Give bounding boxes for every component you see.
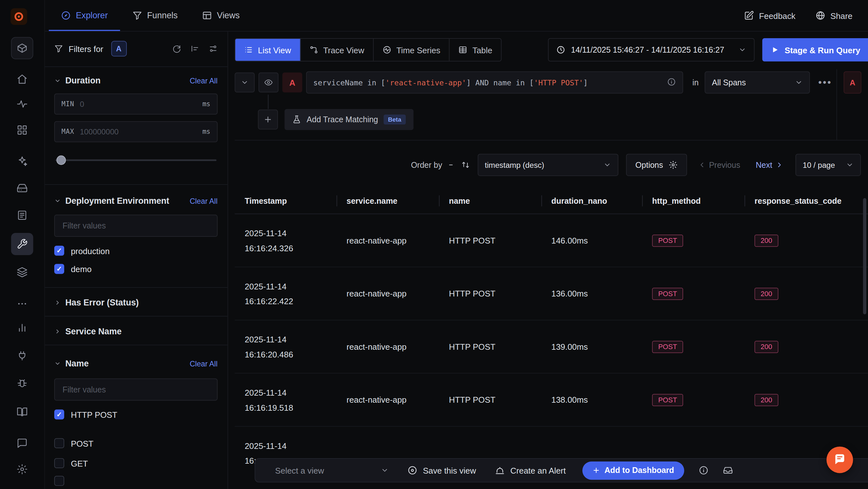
sidebar-item-services[interactable]: [11, 93, 33, 115]
name-title[interactable]: Name: [65, 358, 185, 368]
service-name-title[interactable]: Service Name: [65, 326, 217, 336]
name-clear-all[interactable]: Clear All: [190, 359, 218, 368]
sidebar-item-support[interactable]: [11, 432, 33, 454]
create-alert-button[interactable]: Create an Alert: [495, 465, 566, 475]
page-size-select[interactable]: 10 / page: [796, 154, 861, 176]
share-button[interactable]: Share: [815, 10, 852, 21]
sidebar-item-docs[interactable]: [11, 401, 33, 423]
add-trace-matching-button[interactable]: Add Trace Matching Beta: [284, 109, 413, 130]
feedback-button[interactable]: Feedback: [744, 10, 796, 21]
options-button[interactable]: Options: [626, 154, 687, 176]
name-filter-input[interactable]: [61, 385, 210, 395]
sidebar-item-dashboards[interactable]: [11, 119, 33, 141]
chevron-down-icon[interactable]: [54, 198, 61, 204]
time-range-picker[interactable]: 14/11/2025 15:46:27 - 14/11/2025 16:16:2…: [548, 38, 755, 61]
tab-table[interactable]: Table: [450, 39, 501, 61]
support-chat-fab[interactable]: [827, 447, 853, 473]
deployment-environment-title[interactable]: Deployment Environment: [65, 196, 185, 206]
sidebar-item-traces-active[interactable]: [11, 233, 33, 255]
sort-icon[interactable]: [461, 160, 470, 169]
option-http-post[interactable]: HTTP POST: [54, 410, 218, 419]
deployment-filter-field[interactable]: [54, 215, 218, 237]
sidebar-item-infrastructure[interactable]: [11, 177, 33, 199]
chevron-right-icon[interactable]: [54, 328, 61, 335]
add-to-dashboard-button[interactable]: Add to Dashboard: [582, 461, 684, 479]
query-input[interactable]: serviceName in ['react-native-app'] AND …: [306, 71, 683, 93]
tab-funnels[interactable]: Funnels: [120, 0, 190, 31]
query-label-a[interactable]: A: [282, 72, 302, 92]
toggle-query-visibility-button[interactable]: [258, 72, 278, 92]
previous-page-button[interactable]: Previous: [698, 160, 740, 169]
query-text: ]: [583, 78, 588, 87]
query-more-actions[interactable]: •••: [814, 77, 837, 88]
filters-query-badge[interactable]: A: [111, 41, 126, 57]
add-query-button[interactable]: [258, 109, 278, 129]
refresh-icon[interactable]: [172, 44, 181, 53]
sidebar-item-settings[interactable]: [11, 458, 33, 480]
next-page-button[interactable]: Next: [756, 160, 783, 169]
collapse-query-button[interactable]: [235, 72, 254, 92]
sidebar-item-more[interactable]: [11, 293, 33, 315]
tab-explorer[interactable]: Explorer: [49, 0, 120, 31]
sliders-icon[interactable]: [209, 44, 218, 53]
option-partial[interactable]: [54, 476, 218, 486]
table-row[interactable]: 2025-11-1416:16:22.422 react-native-app …: [235, 267, 868, 321]
duration-min-field[interactable]: MIN ms: [54, 93, 218, 115]
checkbox-post[interactable]: [54, 438, 64, 448]
inbox-icon[interactable]: [723, 465, 733, 475]
save-view-button[interactable]: Save this view: [407, 465, 476, 475]
tab-time-series[interactable]: Time Series: [374, 39, 450, 61]
duration-slider[interactable]: [55, 156, 216, 165]
order-by-select[interactable]: timestamp (desc): [478, 154, 618, 176]
select-view-dropdown[interactable]: Select a view: [275, 465, 389, 475]
span-scope-select[interactable]: All Spans: [705, 71, 810, 93]
tab-trace-view[interactable]: Trace View: [301, 39, 374, 61]
query-right-badge[interactable]: A: [844, 71, 861, 93]
sidebar-item-metrics[interactable]: [11, 316, 33, 338]
option-get[interactable]: GET: [54, 458, 218, 468]
checkbox-production[interactable]: [54, 246, 64, 256]
stage-run-query-button[interactable]: Stage & Run Query: [763, 38, 868, 61]
info-icon[interactable]: [699, 465, 709, 475]
tab-list-view[interactable]: List View: [235, 39, 301, 61]
duration-title[interactable]: Duration: [65, 76, 185, 86]
option-post[interactable]: POST: [54, 438, 218, 448]
table-row[interactable]: 2025-11-1416:16:24.326 react-native-app …: [235, 214, 868, 267]
filters-panel: Filters for A Duration Clear All MIN ms …: [44, 31, 228, 489]
vertical-scrollbar[interactable]: [863, 198, 866, 314]
chevron-down-icon[interactable]: [54, 77, 61, 84]
checkbox-partial[interactable]: [54, 476, 64, 486]
slider-handle[interactable]: [57, 156, 66, 165]
sidebar-item-workspace[interactable]: [11, 37, 33, 59]
ellipsis-icon: [17, 298, 28, 309]
collapse-panel-icon[interactable]: [190, 44, 199, 53]
deployment-environment-clear-all[interactable]: Clear All: [190, 197, 218, 205]
sidebar-item-integrations[interactable]: [11, 345, 33, 367]
name-filter-field[interactable]: [54, 379, 218, 401]
has-error-title[interactable]: Has Error (Status): [65, 298, 217, 308]
checkbox-get[interactable]: [54, 458, 64, 468]
signoz-logo[interactable]: [10, 8, 27, 25]
sidebar-item-logs[interactable]: [11, 204, 33, 226]
duration-max-input[interactable]: [74, 127, 202, 136]
tab-views[interactable]: Views: [190, 0, 252, 31]
sidebar-item-exceptions[interactable]: [11, 373, 33, 395]
chevron-right-icon: [776, 161, 783, 169]
query-info-icon[interactable]: [667, 77, 676, 88]
duration-max-field[interactable]: MAX ms: [54, 121, 218, 142]
option-demo[interactable]: demo: [54, 264, 218, 274]
deployment-filter-input[interactable]: [61, 221, 210, 231]
duration-min-input[interactable]: [74, 99, 202, 108]
checkbox-http-post[interactable]: [54, 410, 64, 419]
sidebar-item-spark[interactable]: [11, 150, 33, 172]
table-row[interactable]: 2025-11-1416:16:20.486 react-native-app …: [235, 320, 868, 373]
duration-clear-all[interactable]: Clear All: [190, 77, 218, 85]
sidebar-item-home[interactable]: [11, 68, 33, 90]
chevron-right-icon[interactable]: [54, 299, 61, 306]
view-tabs: List View Trace View Time Series Table: [235, 38, 502, 61]
option-production[interactable]: production: [54, 246, 218, 256]
sidebar-item-messaging[interactable]: [11, 261, 33, 283]
checkbox-demo[interactable]: [54, 264, 64, 274]
chevron-down-icon[interactable]: [54, 360, 61, 367]
table-row[interactable]: 2025-11-1416:16:19.518 react-native-app …: [235, 373, 868, 427]
